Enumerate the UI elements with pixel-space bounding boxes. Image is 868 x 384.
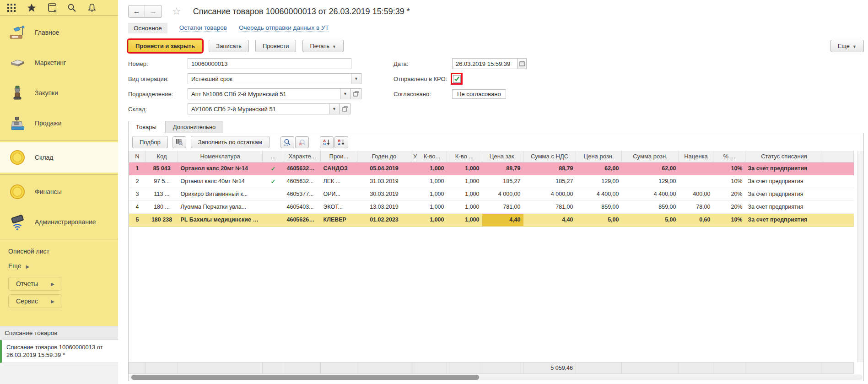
column-header[interactable]: Номенклатура — [178, 151, 263, 162]
favorites-star-icon[interactable] — [27, 3, 37, 13]
table-cell[interactable]: 4 000,00 — [482, 188, 523, 200]
items-tab-1[interactable]: Товары — [128, 121, 164, 133]
column-header[interactable]: Код — [146, 151, 178, 162]
doc-nav-tab-3[interactable]: Очередь отправки данных в УТ — [239, 24, 329, 32]
kro-checkbox[interactable] — [452, 74, 461, 83]
post-button[interactable]: Провести — [255, 40, 297, 52]
table-cell[interactable]: 4605403... — [284, 200, 321, 213]
department-open-icon[interactable] — [350, 88, 361, 99]
table-cell[interactable]: 185,27 — [482, 175, 523, 188]
table-cell[interactable]: 180 ... — [146, 200, 178, 213]
table-cell[interactable]: 4605377... — [284, 188, 321, 200]
column-header[interactable]: N — [129, 151, 146, 162]
sidebar-item-5[interactable]: Склад — [0, 142, 118, 173]
table-cell[interactable]: 1,000 — [417, 213, 447, 226]
table-cell[interactable]: За счет предприятия — [745, 200, 823, 213]
table-cell[interactable]: 5,00 — [576, 213, 622, 226]
table-cell[interactable]: 3 — [129, 188, 146, 200]
table-cell[interactable]: 1,000 — [417, 188, 447, 200]
table-cell[interactable] — [411, 213, 417, 226]
table-cell[interactable]: ✓ — [263, 175, 284, 188]
table-cell[interactable]: 859,00 — [622, 200, 679, 213]
sidebar-menu-button[interactable]: Отчеты▶ — [8, 277, 62, 291]
table-cell[interactable]: 97 5... — [146, 175, 178, 188]
history-icon[interactable] — [47, 3, 57, 13]
table-cell[interactable]: 1,000 — [447, 162, 482, 175]
column-header[interactable]: % ... — [713, 151, 745, 162]
table-cell[interactable]: 0,60 — [679, 213, 713, 226]
search-icon[interactable] — [67, 3, 77, 13]
table-cell[interactable]: 1 — [129, 162, 146, 175]
table-cell[interactable]: За счет предприятия — [745, 188, 823, 200]
table-cell[interactable]: 85 043 — [146, 162, 178, 175]
save-button[interactable]: Записать — [209, 40, 249, 52]
table-cell[interactable]: 1,000 — [447, 188, 482, 200]
table-cell[interactable]: 1,000 — [447, 200, 482, 213]
table-cell[interactable]: 4605626551.. — [284, 213, 321, 226]
table-cell[interactable]: Орихиро Витаминный к... — [178, 188, 263, 200]
column-header[interactable]: Цена зак. — [482, 151, 523, 162]
table-cell[interactable]: 01.02.2023 — [357, 213, 411, 226]
table-row[interactable]: 3113 ...Орихиро Витаминный к...4605377..… — [129, 188, 854, 200]
table-cell[interactable]: ✓ — [263, 162, 284, 175]
table-cell[interactable]: 4,40 — [482, 213, 523, 226]
column-header[interactable]: К-во ... — [447, 151, 482, 162]
table-cell[interactable]: 88,79 — [482, 162, 523, 175]
table-cell[interactable] — [263, 200, 284, 213]
table-cell[interactable] — [263, 188, 284, 200]
table-cell[interactable]: 88,79 — [523, 162, 576, 175]
sidebar-link[interactable]: Еще ▶ — [0, 259, 118, 273]
table-cell[interactable]: 2 — [129, 175, 146, 188]
column-header[interactable]: ... — [263, 151, 284, 162]
date-input[interactable]: 26.03.2019 15:59:39 — [452, 58, 518, 69]
column-header[interactable]: Статус списания — [745, 151, 823, 162]
table-cell[interactable]: 31.03.2019 — [357, 175, 411, 188]
operation-select[interactable]: Истекший срок — [188, 73, 351, 84]
table-cell[interactable]: 1,000 — [417, 200, 447, 213]
table-cell[interactable]: 400,00 — [679, 188, 713, 200]
doc-nav-tab-1[interactable]: Основное — [128, 23, 167, 33]
calendar-icon[interactable] — [518, 58, 527, 69]
operation-dropdown-icon[interactable]: ▼ — [351, 73, 361, 84]
table-cell[interactable]: 20% — [713, 200, 745, 213]
warehouse-select[interactable]: АУ1006 СПб 2-й Муринский 51 — [188, 103, 329, 114]
table-cell[interactable]: За счет предприятия — [745, 162, 823, 175]
table-cell[interactable]: 4 400,00 — [622, 188, 679, 200]
column-header[interactable]: Наценка — [679, 151, 713, 162]
items-tab-2[interactable]: Дополнительно — [165, 121, 224, 133]
column-header[interactable]: Годен до — [357, 151, 411, 162]
table-cell[interactable]: 5 — [129, 213, 146, 226]
vertical-scrollbar[interactable] — [857, 151, 863, 362]
table-row[interactable]: 4180 ...Луомма Перчатки увла...4605403..… — [129, 200, 854, 213]
sidebar-item-2[interactable]: Маркетинг — [0, 48, 118, 78]
table-row[interactable]: 5180 238PL Бахилы медицинские №10...4605… — [129, 213, 854, 226]
favorite-star-icon[interactable]: ☆ — [172, 5, 181, 17]
table-cell[interactable]: 13.03.2019 — [357, 200, 411, 213]
table-cell[interactable]: 78,00 — [679, 200, 713, 213]
table-cell[interactable]: Ортанол капс 40мг №14 — [178, 175, 263, 188]
warehouse-open-icon[interactable] — [340, 103, 350, 114]
table-cell[interactable]: 10% — [713, 175, 745, 188]
sidebar-item-6[interactable]: Финансы — [0, 177, 118, 207]
pick-button[interactable]: Подбор — [132, 136, 168, 148]
table-cell[interactable]: 1,000 — [447, 175, 482, 188]
department-dropdown-icon[interactable]: ▼ — [340, 88, 350, 99]
table-cell[interactable]: 20% — [713, 188, 745, 200]
column-header[interactable]: Сумма с НДС — [523, 151, 576, 162]
column-header[interactable]: У — [411, 151, 417, 162]
table-cell[interactable]: 10% — [713, 162, 745, 175]
table-cell[interactable]: 5,00 — [622, 213, 679, 226]
sort-descending-icon[interactable]: ЯА — [334, 136, 348, 148]
cancel-search-icon[interactable] — [295, 136, 309, 148]
table-cell[interactable] — [411, 175, 417, 188]
sidebar-item-4[interactable]: Продажи — [0, 108, 118, 138]
notifications-icon[interactable] — [87, 3, 97, 13]
table-cell[interactable]: САНДОЗ — [321, 162, 357, 175]
column-header[interactable]: Прои... — [321, 151, 357, 162]
table-cell[interactable]: PL Бахилы медицинские №10... — [178, 213, 263, 226]
table-cell[interactable]: ЭКОТ... — [321, 200, 357, 213]
horizontal-scrollbar[interactable] — [129, 374, 863, 380]
table-cell[interactable] — [411, 162, 417, 175]
table-cell[interactable]: 859,00 — [576, 200, 622, 213]
table-cell[interactable] — [411, 200, 417, 213]
